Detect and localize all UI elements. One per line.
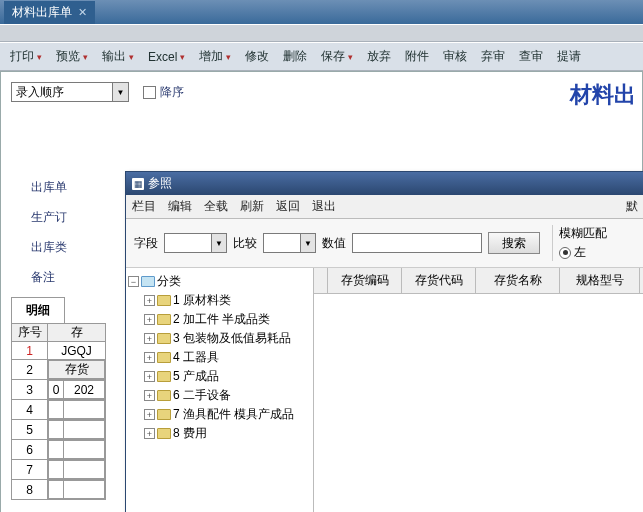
popup-menu-right[interactable]: 默 [626, 198, 638, 215]
desc-checkbox[interactable] [143, 86, 156, 99]
col-seq: 序号 [12, 324, 48, 342]
popup-menu-exit[interactable]: 退出 [312, 198, 336, 215]
menu-abandon[interactable]: 放弃 [361, 46, 397, 67]
folder-open-icon [141, 276, 155, 287]
expand-icon[interactable]: + [144, 314, 155, 325]
folder-icon [157, 295, 171, 306]
expand-icon[interactable]: + [144, 409, 155, 420]
tree-item[interactable]: +4 工器具 [144, 348, 311, 367]
popup-menu-refresh[interactable]: 刷新 [240, 198, 264, 215]
folder-icon [157, 333, 171, 344]
expand-icon[interactable]: + [144, 390, 155, 401]
field-label: 字段 [134, 235, 158, 252]
tree-root-label[interactable]: 分类 [157, 273, 181, 290]
entry-mode-input[interactable] [12, 83, 112, 101]
menu-modify[interactable]: 修改 [239, 46, 275, 67]
tree-item[interactable]: +5 产成品 [144, 367, 311, 386]
tree-item[interactable]: +2 加工件 半成品类 [144, 310, 311, 329]
popup-menu-edit[interactable]: 编辑 [168, 198, 192, 215]
table-row: 7 [12, 460, 106, 480]
close-icon[interactable]: ✕ [78, 6, 87, 19]
category-tree[interactable]: − 分类 +1 原材料类+2 加工件 半成品类+3 包装物及低值易耗品+4 工器… [126, 268, 314, 512]
menu-preview[interactable]: 预览▾ [50, 46, 94, 67]
menu-approve[interactable]: 审核 [437, 46, 473, 67]
expand-icon[interactable]: + [144, 295, 155, 306]
collapse-icon[interactable]: − [128, 276, 139, 287]
compare-combo[interactable]: ▼ [263, 233, 316, 253]
tab-title: 材料出库单 [12, 4, 72, 21]
folder-icon [157, 314, 171, 325]
expand-icon[interactable]: + [144, 371, 155, 382]
chevron-down-icon[interactable]: ▼ [211, 234, 226, 252]
form-labels: 出库单 生产订 出库类 备注 [31, 172, 67, 292]
left-label: 左 [574, 244, 586, 261]
col-inv-id[interactable]: 存货代码 [402, 268, 476, 293]
menu-review[interactable]: 查审 [513, 46, 549, 67]
menu-excel[interactable]: Excel▾ [142, 46, 191, 67]
expand-icon[interactable]: + [144, 428, 155, 439]
table-row: 1JGQJ [12, 342, 106, 360]
folder-icon [157, 428, 171, 439]
folder-icon [157, 390, 171, 401]
table-row: 6 [12, 440, 106, 460]
value-input[interactable] [352, 233, 482, 253]
menu-add[interactable]: 增加▾ [193, 46, 237, 67]
reference-dialog: ▦ 参照 栏目 编辑 全载 刷新 返回 退出 默 字段 ▼ 比较 ▼ 数值 搜索 [125, 171, 643, 512]
col-inv: 存 [48, 324, 106, 342]
menu-bar: 打印▾ 预览▾ 输出▾ Excel▾ 增加▾ 修改 删除 保存▾ 放弃 附件 审… [0, 42, 643, 71]
menu-export[interactable]: 输出▾ [96, 46, 140, 67]
desc-label: 降序 [160, 84, 184, 101]
menu-print[interactable]: 打印▾ [4, 46, 48, 67]
col-spec[interactable]: 规格型号 [560, 268, 640, 293]
menu-save[interactable]: 保存▾ [315, 46, 359, 67]
expand-icon[interactable]: + [144, 333, 155, 344]
page-title: 材料出 [570, 80, 636, 110]
folder-icon [157, 371, 171, 382]
list-header: 存货编码 存货代码 存货名称 规格型号 [314, 268, 643, 294]
col-sub-inv: 存货 [49, 361, 105, 379]
dialog-title-bar[interactable]: ▦ 参照 [126, 172, 643, 195]
detail-grid[interactable]: 序号存 1JGQJ 2 存货 3 0202 4 5 6 [11, 323, 106, 500]
compare-label: 比较 [233, 235, 257, 252]
row-selector-col [314, 268, 328, 293]
table-row: 2 存货 [12, 360, 106, 380]
folder-icon [157, 352, 171, 363]
dialog-title: 参照 [148, 175, 172, 192]
value-label: 数值 [322, 235, 346, 252]
table-row: 4 [12, 400, 106, 420]
popup-menu-columns[interactable]: 栏目 [132, 198, 156, 215]
col-inv-name[interactable]: 存货名称 [476, 268, 560, 293]
reference-icon: ▦ [132, 178, 144, 190]
expand-icon[interactable]: + [144, 352, 155, 363]
col-inv-code[interactable]: 存货编码 [328, 268, 402, 293]
menu-unapprove[interactable]: 弃审 [475, 46, 511, 67]
popup-menu-back[interactable]: 返回 [276, 198, 300, 215]
menu-submit[interactable]: 提请 [551, 46, 587, 67]
table-row: 8 [12, 480, 106, 500]
entry-mode-combo[interactable]: ▼ [11, 82, 129, 102]
tree-item[interactable]: +7 渔具配件 模具产成品 [144, 405, 311, 424]
menu-attach[interactable]: 附件 [399, 46, 435, 67]
app-tab[interactable]: 材料出库单 ✕ [4, 1, 95, 24]
tree-item[interactable]: +3 包装物及低值易耗品 [144, 329, 311, 348]
search-button[interactable]: 搜索 [488, 232, 540, 254]
menu-delete[interactable]: 删除 [277, 46, 313, 67]
chevron-down-icon[interactable]: ▼ [300, 234, 315, 252]
table-row: 5 [12, 420, 106, 440]
left-radio[interactable] [559, 247, 571, 259]
tree-item[interactable]: +1 原材料类 [144, 291, 311, 310]
table-row: 3 0202 [12, 380, 106, 400]
field-combo[interactable]: ▼ [164, 233, 227, 253]
tab-detail[interactable]: 明细 [11, 297, 65, 323]
fuzzy-label: 模糊匹配 [559, 225, 607, 242]
tree-item[interactable]: +8 费用 [144, 424, 311, 443]
tree-item[interactable]: +6 二手设备 [144, 386, 311, 405]
folder-icon [157, 409, 171, 420]
chevron-down-icon[interactable]: ▼ [112, 83, 128, 101]
popup-menu-loadall[interactable]: 全载 [204, 198, 228, 215]
toolbar-gap [0, 24, 643, 42]
